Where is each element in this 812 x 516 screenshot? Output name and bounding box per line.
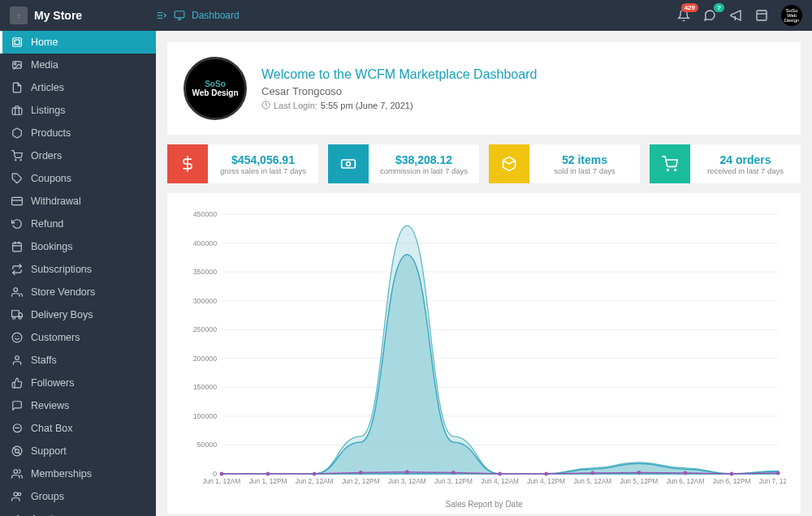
svg-point-87: [684, 471, 688, 475]
sidebar-item-label: Bookings: [31, 241, 72, 252]
svg-point-82: [451, 471, 456, 475]
svg-point-89: [776, 471, 780, 475]
welcome-avatar: SoSoWeb Design: [184, 57, 247, 120]
stat-label: gross sales in last 7 days: [220, 166, 306, 175]
sidebar-item-products[interactable]: Products: [0, 122, 156, 144]
chat-icon: [11, 423, 23, 434]
sidebar-item-reviews[interactable]: Reviews: [0, 394, 156, 417]
sidebar-item-label: Media: [31, 59, 58, 71]
sidebar-item-auctions[interactable]: Auctions: [0, 508, 156, 516]
sidebar-item-chat-box[interactable]: Chat Box: [0, 417, 156, 440]
svg-text:200000: 200000: [193, 355, 217, 363]
svg-text:300000: 300000: [193, 297, 217, 305]
briefcase-icon: [11, 105, 23, 116]
svg-line-34: [19, 453, 20, 454]
comment-icon: [11, 400, 23, 411]
cart-icon: [650, 144, 690, 183]
sidebar-item-withdrawal[interactable]: Withdrawal: [0, 190, 156, 213]
sidebar-item-support[interactable]: Support: [0, 440, 156, 462]
sidebar-item-label: Support: [31, 445, 67, 457]
breadcrumb[interactable]: Dashboard: [156, 10, 240, 21]
sidebar-item-label: Staffs: [31, 355, 57, 366]
money-icon: [328, 144, 369, 183]
svg-text:150000: 150000: [193, 383, 217, 391]
svg-point-81: [405, 470, 409, 474]
loop-icon: [11, 264, 23, 275]
sidebar-item-home[interactable]: Home: [0, 31, 156, 54]
sidebar-item-groups[interactable]: Groups: [0, 485, 156, 508]
group-icon: [11, 491, 23, 502]
notifications-icon[interactable]: 429: [677, 9, 690, 22]
smile-icon: [11, 332, 23, 343]
menu-toggle-icon[interactable]: [156, 10, 167, 21]
sidebar-item-store-vendors[interactable]: Store Vendors: [0, 281, 156, 303]
svg-rect-12: [12, 108, 22, 114]
sidebar-item-listings[interactable]: Listings: [0, 99, 156, 122]
sidebar-item-orders[interactable]: Orders: [0, 144, 156, 167]
welcome-card: SoSoWeb Design Welcome to the WCFM Marke…: [167, 42, 801, 135]
media-icon: [11, 59, 23, 71]
logo-icon: ::: [10, 6, 28, 24]
stat-value: $454,056.91: [231, 153, 295, 166]
stat-card[interactable]: $454,056.91gross sales in last 7 days: [167, 144, 318, 183]
welcome-text: Welcome to the WCFM Marketplace Dashboar…: [261, 67, 537, 110]
announce-icon[interactable]: [729, 9, 742, 22]
stat-card[interactable]: 52 itemssold in last 7 days: [489, 144, 640, 183]
chart-card: 0500001000001500002000002500003000003500…: [167, 193, 801, 514]
users-icon: [11, 286, 23, 298]
sidebar-item-coupons[interactable]: Coupons: [0, 167, 156, 190]
sidebar-item-label: Articles: [31, 82, 64, 93]
help-icon[interactable]: ?: [703, 9, 716, 22]
sidebar-item-memberships[interactable]: Memberships: [0, 462, 156, 485]
stat-value: 52 items: [562, 153, 607, 166]
calendar-icon: [11, 241, 23, 252]
svg-text:Jun 3, 12AM: Jun 3, 12AM: [388, 477, 426, 485]
sidebar-item-refund[interactable]: Refund: [0, 213, 156, 235]
svg-rect-9: [15, 40, 19, 45]
sidebar-item-customers[interactable]: Customers: [0, 326, 156, 349]
file-icon: [11, 82, 23, 93]
topbar: :: My Store Dashboard 429 ? SoSoWeb Desi…: [0, 0, 812, 31]
tag-icon: [11, 173, 23, 184]
stat-card[interactable]: $38,208.12commission in last 7 days: [328, 144, 479, 183]
sidebar-item-label: Customers: [31, 332, 80, 343]
thumbs-icon: [11, 377, 23, 389]
svg-point-84: [544, 472, 548, 476]
svg-rect-16: [12, 197, 23, 204]
sidebar-item-label: Orders: [31, 150, 62, 161]
sidebar-item-bookings[interactable]: Bookings: [0, 235, 156, 258]
sidebar-item-label: Products: [31, 127, 71, 139]
svg-point-86: [637, 471, 641, 475]
sidebar-item-media[interactable]: Media: [0, 54, 156, 76]
sidebar-item-followers[interactable]: Followers: [0, 372, 156, 394]
sidebar-item-label: Withdrawal: [31, 196, 81, 207]
svg-point-27: [12, 333, 22, 342]
sidebar-item-subscriptions[interactable]: Subscriptions: [0, 258, 156, 281]
sidebar-item-staffs[interactable]: Staffs: [0, 349, 156, 372]
card-icon: [11, 196, 23, 207]
svg-point-42: [667, 170, 669, 171]
svg-text:Jun 6, 12AM: Jun 6, 12AM: [667, 477, 705, 485]
svg-point-30: [15, 356, 19, 360]
sidebar-item-label: Groups: [31, 491, 64, 502]
svg-point-25: [13, 316, 15, 319]
sidebar-item-label: Followers: [31, 377, 75, 389]
sidebar-item-delivery-boys[interactable]: Delivery Boys: [0, 303, 156, 326]
chart-caption: Sales Report by Date: [182, 500, 786, 509]
inbox-icon[interactable]: [755, 9, 768, 22]
svg-point-78: [266, 472, 270, 476]
svg-rect-3: [175, 11, 184, 18]
life-icon: [11, 445, 23, 457]
svg-text:Jun 7, 12AM: Jun 7, 12AM: [759, 477, 786, 485]
sidebar-item-label: Memberships: [31, 468, 92, 479]
sidebar-item-articles[interactable]: Articles: [0, 76, 156, 99]
svg-marker-24: [19, 313, 22, 317]
stat-card[interactable]: 24 ordersreceived in last 7 days: [650, 144, 801, 183]
stat-value: $38,208.12: [395, 153, 452, 166]
breadcrumb-label[interactable]: Dashboard: [192, 10, 240, 21]
svg-text:Jun 1, 12PM: Jun 1, 12PM: [249, 477, 287, 485]
user-avatar[interactable]: SoSoWeb Design: [781, 5, 802, 26]
svg-point-11: [15, 63, 16, 65]
svg-text:50000: 50000: [197, 441, 218, 449]
svg-point-85: [590, 471, 594, 475]
